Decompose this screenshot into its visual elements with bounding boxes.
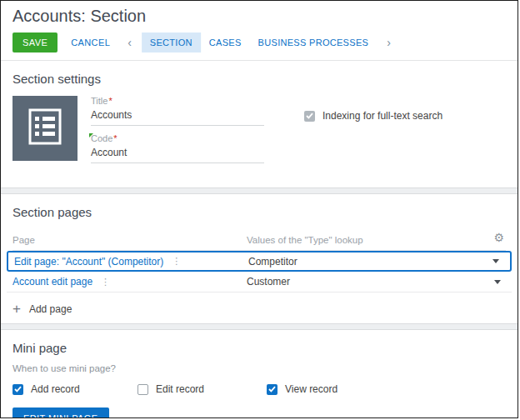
type-dropdown[interactable]: Customer: [247, 276, 506, 288]
mini-page-panel: Mini page When to use mini page? Add rec…: [1, 330, 518, 418]
section-pages-heading: Section pages: [12, 205, 506, 219]
section-icon: [12, 96, 78, 161]
cancel-button[interactable]: CANCEL: [69, 32, 112, 52]
mini-page-heading: Mini page: [12, 341, 506, 355]
option-add-record: Add record: [12, 383, 138, 395]
fulltext-checkbox[interactable]: [304, 111, 315, 122]
tab-business-processes[interactable]: BUSINESS PROCESSES: [250, 32, 378, 52]
add-page-label: Add page: [29, 303, 72, 315]
add-record-label: Add record: [31, 383, 80, 395]
settings-gear-icon[interactable]: ⚙: [493, 232, 504, 243]
panel-separator: [1, 188, 518, 194]
kebab-icon[interactable]: ⋮: [101, 277, 110, 288]
mini-page-question: When to use mini page?: [12, 363, 506, 373]
title-field: Title* Accounts: [91, 96, 264, 126]
page-link[interactable]: Account edit page: [12, 276, 92, 288]
chevron-down-icon[interactable]: [492, 259, 499, 263]
check-icon: [14, 386, 22, 392]
add-record-checkbox[interactable]: [12, 384, 23, 395]
required-marker: *: [108, 96, 112, 106]
code-field-value[interactable]: Account: [91, 143, 264, 163]
modified-marker-icon: [89, 133, 93, 138]
view-record-checkbox[interactable]: [267, 384, 278, 395]
edit-record-checkbox[interactable]: [138, 384, 148, 395]
title-field-value[interactable]: Accounts: [91, 106, 264, 126]
section-settings-panel: Section settings: [1, 61, 518, 188]
tab-section[interactable]: SECTION: [142, 32, 201, 52]
fulltext-option: Indexing for full-text search: [304, 110, 442, 122]
mini-page-options: Add record Edit record View record: [12, 383, 506, 395]
page-link[interactable]: Edit page: "Account" (Competitor): [14, 256, 163, 268]
page-row[interactable]: Account edit page ⋮ Customer: [7, 272, 512, 292]
page-title: Accounts: Section: [12, 7, 506, 26]
plus-icon: +: [12, 303, 21, 315]
edit-mini-page-button[interactable]: EDIT MINI PAGE: [12, 408, 109, 418]
option-view-record: View record: [267, 383, 338, 395]
check-icon: [306, 112, 313, 119]
window: Accounts: Section SAVE CANCEL ‹ SECTION …: [0, 0, 518, 418]
code-field-label: Code: [91, 133, 112, 143]
settings-fields: Title* Accounts Code* Account: [91, 96, 264, 171]
type-value: Competitor: [248, 256, 492, 268]
add-page-button[interactable]: + Add page: [12, 303, 506, 315]
table-header: Page Values of the "Type" lookup ⚙: [12, 229, 506, 251]
page-row-selected[interactable]: Edit page: "Account" (Competitor) ⋮ Comp…: [7, 251, 512, 272]
tab-cases[interactable]: CASES: [201, 32, 250, 52]
toolbar: SAVE CANCEL ‹ SECTION CASES BUSINESS PRO…: [12, 31, 506, 54]
kebab-icon[interactable]: ⋮: [172, 256, 181, 267]
save-button[interactable]: SAVE: [12, 32, 58, 52]
option-edit-record: Edit record: [138, 383, 267, 395]
page-header: Accounts: Section SAVE CANCEL ‹ SECTION …: [1, 1, 518, 54]
edit-record-label: Edit record: [156, 383, 204, 395]
code-field: Code* Account: [91, 133, 264, 163]
view-record-label: View record: [285, 383, 338, 395]
panel-separator: [1, 323, 518, 330]
chevron-down-icon[interactable]: [494, 280, 501, 284]
list-icon: [28, 108, 62, 149]
type-value: Customer: [247, 276, 494, 288]
required-marker: *: [113, 133, 117, 143]
column-header-type: Values of the "Type" lookup: [247, 235, 506, 245]
title-field-label: Title: [91, 96, 108, 106]
tabs-next-icon[interactable]: ›: [377, 37, 401, 48]
fulltext-label: Indexing for full-text search: [322, 110, 442, 122]
column-header-page: Page: [12, 235, 247, 245]
check-icon: [268, 386, 276, 392]
type-dropdown[interactable]: Competitor: [248, 256, 504, 268]
tabs-prev-icon[interactable]: ‹: [118, 37, 142, 48]
tab-bar: ‹ SECTION CASES BUSINESS PROCESSES ›: [118, 32, 401, 52]
section-settings-heading: Section settings: [12, 72, 506, 86]
section-pages-panel: Section pages Page Values of the "Type" …: [1, 194, 518, 323]
